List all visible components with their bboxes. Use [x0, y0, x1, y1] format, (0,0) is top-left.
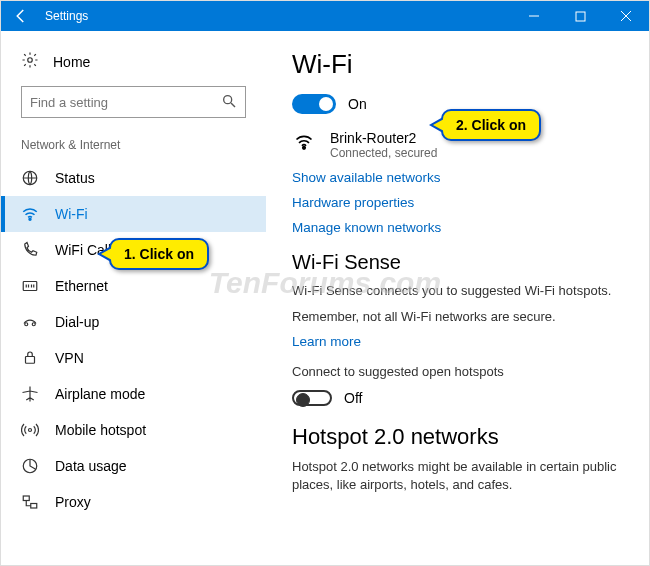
sidebar-item-wifi[interactable]: Wi-Fi: [1, 196, 266, 232]
svg-point-4: [28, 58, 33, 63]
svg-line-6: [231, 103, 235, 107]
sidebar-item-hotspot[interactable]: Mobile hotspot: [1, 412, 266, 448]
content-area: Home Network & Internet Status Wi-Fi WiF…: [1, 31, 649, 566]
suggested-toggle-row: Off: [292, 390, 623, 406]
svg-point-10: [25, 323, 28, 326]
connect-suggested-label: Connect to suggested open hotspots: [292, 363, 623, 381]
sidebar-item-label: Ethernet: [55, 278, 108, 294]
link-learn-more[interactable]: Learn more: [292, 334, 623, 349]
vpn-icon: [21, 349, 39, 367]
svg-rect-15: [23, 496, 29, 501]
sidebar-item-label: VPN: [55, 350, 84, 366]
sidebar-item-label: Mobile hotspot: [55, 422, 146, 438]
suggested-toggle-label: Off: [344, 390, 362, 406]
svg-rect-16: [31, 504, 37, 509]
maximize-button[interactable]: [557, 1, 603, 31]
svg-point-11: [32, 323, 35, 326]
main-panel: Wi-Fi On Brink-Router2 Connected, secure…: [266, 31, 649, 566]
window-title: Settings: [41, 9, 511, 23]
sidebar: Home Network & Internet Status Wi-Fi WiF…: [1, 31, 266, 566]
svg-point-8: [29, 218, 31, 220]
section-label: Network & Internet: [1, 132, 266, 160]
sidebar-item-proxy[interactable]: Proxy: [1, 484, 266, 520]
svg-point-13: [29, 429, 32, 432]
wifi-signal-icon: [292, 132, 316, 155]
gear-icon: [21, 51, 39, 72]
search-input[interactable]: [30, 95, 221, 110]
network-status: Connected, secured: [330, 146, 437, 160]
ethernet-icon: [21, 277, 39, 295]
airplane-icon: [21, 385, 39, 403]
back-button[interactable]: [1, 1, 41, 31]
svg-point-5: [224, 95, 232, 103]
sidebar-item-vpn[interactable]: VPN: [1, 340, 266, 376]
dialup-icon: [21, 313, 39, 331]
wifi-sense-note: Remember, not all Wi-Fi networks are sec…: [292, 308, 623, 326]
sidebar-item-label: Dial-up: [55, 314, 99, 330]
wifi-toggle[interactable]: [292, 94, 336, 114]
network-name: Brink-Router2: [330, 130, 437, 146]
sidebar-item-label: Airplane mode: [55, 386, 145, 402]
sidebar-item-ethernet[interactable]: Ethernet: [1, 268, 266, 304]
wifi-icon: [21, 205, 39, 223]
svg-rect-9: [23, 282, 37, 291]
link-show-networks[interactable]: Show available networks: [292, 170, 623, 185]
window-controls: [511, 1, 649, 31]
minimize-button[interactable]: [511, 1, 557, 31]
callout-one: 1. Click on: [109, 238, 209, 270]
search-box[interactable]: [21, 86, 246, 118]
data-usage-icon: [21, 457, 39, 475]
sidebar-item-datausage[interactable]: Data usage: [1, 448, 266, 484]
sidebar-item-status[interactable]: Status: [1, 160, 266, 196]
wifi-calling-icon: [21, 241, 39, 259]
sidebar-item-label: Wi-Fi: [55, 206, 88, 222]
svg-rect-1: [576, 12, 585, 21]
hotspot2-heading: Hotspot 2.0 networks: [292, 424, 623, 450]
home-label: Home: [53, 54, 90, 70]
svg-point-17: [303, 147, 306, 150]
close-button[interactable]: [603, 1, 649, 31]
sidebar-item-dialup[interactable]: Dial-up: [1, 304, 266, 340]
svg-rect-12: [26, 357, 35, 364]
wifi-sense-desc: Wi-Fi Sense connects you to suggested Wi…: [292, 282, 623, 300]
status-icon: [21, 169, 39, 187]
suggested-toggle[interactable]: [292, 390, 332, 406]
sidebar-item-label: Status: [55, 170, 95, 186]
search-icon: [221, 93, 237, 112]
sidebar-item-label: Data usage: [55, 458, 127, 474]
proxy-icon: [21, 493, 39, 511]
wifi-toggle-label: On: [348, 96, 367, 112]
home-link[interactable]: Home: [1, 45, 266, 82]
sidebar-item-airplane[interactable]: Airplane mode: [1, 376, 266, 412]
hotspot2-desc: Hotspot 2.0 networks might be available …: [292, 458, 623, 494]
wifi-sense-heading: Wi-Fi Sense: [292, 251, 623, 274]
sidebar-item-label: Proxy: [55, 494, 91, 510]
callout-two: 2. Click on: [441, 109, 541, 141]
titlebar: Settings: [1, 1, 649, 31]
link-hardware-properties[interactable]: Hardware properties: [292, 195, 623, 210]
page-title: Wi-Fi: [292, 49, 623, 80]
hotspot-icon: [21, 421, 39, 439]
link-manage-known[interactable]: Manage known networks: [292, 220, 623, 235]
